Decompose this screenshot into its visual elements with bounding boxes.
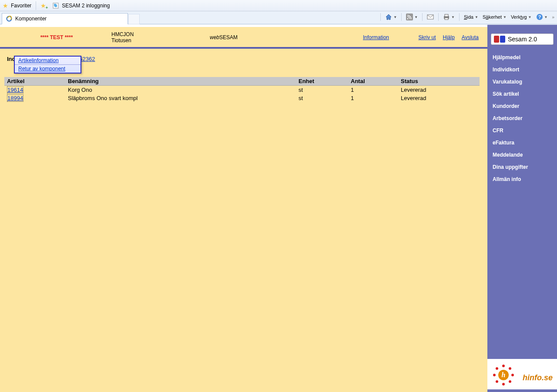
th-enhet: Enhet: [296, 77, 348, 86]
sidebar-item-kundorder[interactable]: Kundorder: [487, 101, 557, 111]
home-button[interactable]: ▼: [385, 13, 397, 20]
svg-point-19: [496, 367, 498, 370]
th-status: Status: [398, 77, 480, 86]
sidebar-item-individkort[interactable]: Individkort: [487, 65, 557, 74]
separator: [438, 13, 439, 21]
svg-rect-2: [406, 13, 413, 20]
sidebar-item-varukatalog[interactable]: Varukatalog: [487, 77, 557, 87]
link-skriv-ut[interactable]: Skriv ut: [418, 34, 436, 40]
svg-text:?: ?: [538, 14, 541, 20]
svg-text:h: h: [502, 371, 506, 379]
print-button[interactable]: ▼: [443, 13, 455, 20]
rss-button[interactable]: ▼: [406, 13, 418, 20]
svg-point-15: [509, 380, 511, 383]
link-hjalp[interactable]: Hjälp: [443, 34, 455, 40]
chevron-down-icon: ▼: [393, 15, 397, 19]
link-information[interactable]: Information: [363, 34, 389, 40]
th-antal: Antal: [348, 77, 398, 86]
separator: [459, 13, 460, 21]
cell-benamning: Korg Ono: [65, 86, 296, 94]
expand-icon[interactable]: »: [552, 15, 554, 20]
main-content: **** TEST **** HMCJON Tiotusen webSESAM …: [0, 25, 487, 392]
cell-status: Levererad: [398, 86, 480, 94]
user-code: HMCJON: [111, 31, 203, 37]
safety-menu[interactable]: Säkerhet ▼: [483, 14, 507, 20]
tools-menu[interactable]: Verktyg ▼: [511, 14, 532, 20]
content-area: Individ 1052362 Artikelinformation Retur…: [0, 50, 487, 106]
table-row: 18994 Släpbroms Ono svart kompl st 1 Lev…: [4, 94, 480, 102]
svg-rect-6: [445, 14, 448, 17]
new-tab-button[interactable]: [128, 14, 140, 24]
sidebar-item-allman-info[interactable]: Allmän info: [487, 174, 557, 184]
sidebar-item-meddelande[interactable]: Meddelande: [487, 150, 557, 160]
svg-point-16: [502, 383, 505, 385]
cell-enhet: st: [296, 94, 348, 102]
svg-point-14: [511, 374, 514, 376]
cell-antal: 1: [348, 94, 398, 102]
sidebar-item-efaktura[interactable]: eFaktura: [487, 138, 557, 147]
context-menu-item-artikelinformation[interactable]: Artikelinformation: [15, 57, 81, 64]
chevron-down-icon: ▼: [503, 15, 507, 19]
user-info: HMCJON Tiotusen: [111, 31, 203, 44]
svg-rect-7: [445, 18, 448, 20]
context-menu: Artikelinformation Retur av komponent: [14, 56, 81, 74]
test-banner: **** TEST ****: [9, 34, 104, 40]
logo-text: Sesam 2.0: [508, 36, 537, 43]
cell-benamning: Släpbroms Ono svart kompl: [65, 94, 296, 102]
ie-logo-icon: [6, 15, 13, 22]
ie-command-bar: ▼ ▼ ▼ Sida ▼ Säkerhet ▼ Verktyg ▼ ? ▼ »: [380, 13, 554, 21]
hinfo-icon: h: [492, 363, 515, 387]
context-menu-item-retur[interactable]: Retur av komponent: [15, 64, 81, 73]
chevron-down-icon: ▼: [451, 15, 455, 19]
hinfo-text: hinfo.se: [523, 373, 553, 382]
page-menu[interactable]: Sida ▼: [464, 14, 478, 20]
ie-favorites-bar: ★ Favoriter ★+ SESAM 2 inloggning: [0, 0, 557, 11]
favorites-star-icon[interactable]: ★: [3, 2, 8, 9]
cell-status: Levererad: [398, 94, 480, 102]
add-favorite-icon[interactable]: ★+: [40, 2, 46, 9]
tab-title: Komponenter: [15, 16, 47, 22]
th-artikel: Artikel: [4, 77, 65, 86]
header-divider: [0, 47, 487, 49]
svg-point-17: [496, 380, 498, 383]
cell-enhet: st: [296, 86, 348, 94]
table-header-row: Artikel Benämning Enhet Antal Status: [4, 77, 480, 86]
table-row: 19614 Korg Ono st 1 Levererad: [4, 86, 480, 94]
chevron-down-icon: ▼: [414, 15, 418, 19]
separator: [36, 1, 36, 10]
sesam-logo: Sesam 2.0: [491, 34, 554, 45]
svg-point-13: [509, 367, 511, 370]
th-benamning: Benämning: [65, 77, 296, 86]
favorites-label[interactable]: Favoriter: [11, 3, 31, 9]
cell-antal: 1: [348, 86, 398, 94]
browser-tab[interactable]: Komponenter: [2, 13, 128, 24]
app-header: **** TEST **** HMCJON Tiotusen webSESAM …: [0, 27, 487, 47]
chevron-down-icon: ▼: [475, 15, 478, 19]
ie-page-icon: [52, 2, 59, 9]
sidebar-item-dina-uppgifter[interactable]: Dina uppgifter: [487, 162, 557, 172]
chevron-down-icon: ▼: [528, 15, 532, 19]
link-avsluta[interactable]: Avsluta: [462, 34, 479, 40]
separator: [401, 13, 402, 21]
bookmark-label[interactable]: SESAM 2 inloggning: [62, 3, 110, 9]
chevron-down-icon: ▼: [544, 15, 548, 19]
sidebar: Sesam 2.0 Hjälpmedel Individkort Varukat…: [487, 25, 557, 392]
sidebar-item-sok-artikel[interactable]: Sök artikel: [487, 89, 557, 99]
page-body: **** TEST **** HMCJON Tiotusen webSESAM …: [0, 24, 557, 392]
mail-button[interactable]: [427, 14, 434, 20]
svg-point-1: [7, 17, 12, 21]
sidebar-item-hjalpmedel[interactable]: Hjälpmedel: [487, 53, 557, 62]
components-table: Artikel Benämning Enhet Antal Status 196…: [4, 77, 480, 102]
svg-point-18: [493, 374, 496, 376]
sidebar-item-cfr[interactable]: CFR: [487, 126, 557, 135]
svg-point-12: [502, 365, 505, 367]
artikel-link[interactable]: 19614: [7, 86, 23, 94]
logo-squares-icon: [494, 36, 505, 43]
sidebar-item-arbetsorder[interactable]: Arbetsorder: [487, 114, 557, 123]
artikel-link[interactable]: 18994: [7, 94, 23, 102]
ie-tab-bar: Komponenter ▼ ▼ ▼ Sida ▼ Säkerhet ▼ Verk…: [0, 11, 557, 24]
hinfo-logo[interactable]: h hinfo.se: [487, 359, 557, 389]
help-button[interactable]: ? ▼: [536, 13, 548, 20]
separator: [422, 13, 423, 21]
app-name: webSESAM: [210, 34, 262, 40]
